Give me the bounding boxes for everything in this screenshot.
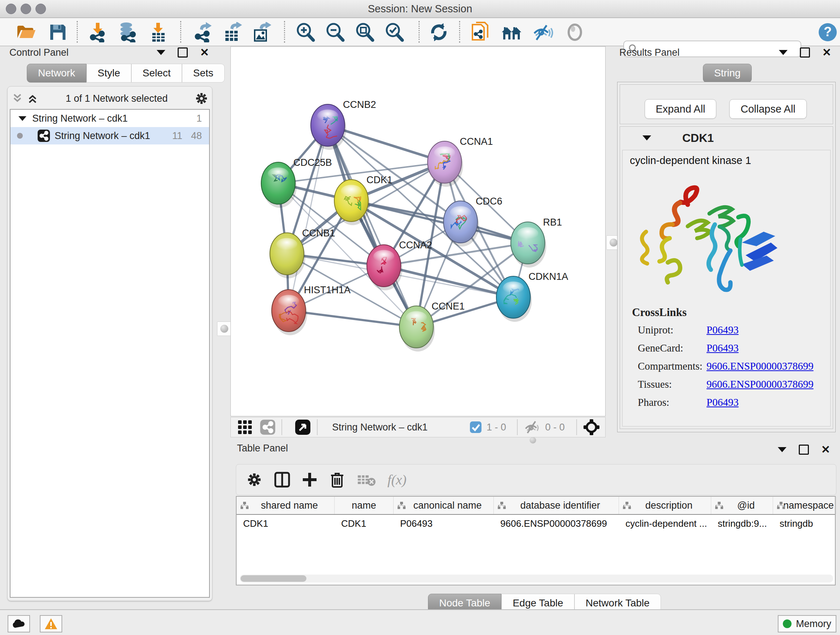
collection-expander-icon[interactable] [19,116,27,121]
scrollbar-thumb[interactable] [240,575,306,582]
open-session-icon[interactable] [15,22,37,43]
hide-glass-pane-icon[interactable] [532,22,554,43]
network-node-CCNA2[interactable]: CCNA2 [367,240,432,290]
column-header-namespace[interactable]: namespace [773,497,836,514]
tab-sets[interactable]: Sets [182,64,225,82]
delete-table-icon[interactable] [357,472,376,487]
network-node-CCNB1[interactable]: CCNB1 [270,228,335,279]
float-panel-icon[interactable] [178,48,188,57]
crosslink-link[interactable]: P06493 [706,324,739,336]
string-network-graph[interactable]: CCNB2CCNA1CDC25BCDK1CDC6RB1CCNB1CCNA2CDK… [231,47,605,416]
float-panel-icon[interactable] [800,48,810,57]
column-header-shared-name[interactable]: shared name [237,497,335,514]
selection-mode-icon[interactable] [583,418,600,436]
select-columns-icon[interactable] [274,471,291,488]
share-view-icon[interactable] [260,419,276,435]
network-collection-row[interactable]: String Network – cdk1 1 [11,110,209,127]
zoom-selected-icon[interactable] [384,22,405,43]
table-cell[interactable]: CDK1 [237,515,335,532]
crosslink-link[interactable]: P06493 [706,342,739,354]
cloud-button[interactable] [8,615,30,632]
grid-view-icon[interactable] [237,419,253,435]
import-network-icon[interactable] [87,22,109,43]
gear-icon[interactable] [195,92,208,105]
crosslink-link[interactable]: 9606.ENSP00000378699 [706,360,813,372]
zoom-in-icon[interactable] [294,22,316,43]
birds-eye-view-icon[interactable] [294,419,311,435]
network-view-canvas[interactable]: CCNB2CCNA1CDC25BCDK1CDC6RB1CCNB1CCNA2CDK… [231,46,606,416]
zoom-fit-icon[interactable] [354,22,376,43]
left-splitter-handle[interactable] [217,321,232,336]
save-session-icon[interactable] [47,22,69,43]
horizontal-scrollbar[interactable] [240,575,833,583]
network-node-CDC25B[interactable]: CDC25B [261,157,332,208]
network-node-CDK1[interactable]: CDK1 [334,174,393,225]
network-node-CDKN1A[interactable]: CDKN1A [496,271,568,322]
table-row[interactable]: CDK1CDK1P064939606.ENSP00000378699cyclin… [237,515,835,532]
network-edge-count: 48 [191,130,202,141]
collapse-all-icon[interactable] [11,92,24,105]
node-table[interactable]: shared namenamecanonical namedatabase id… [236,496,836,585]
table-cell[interactable]: 9606.ENSP00000378699 [494,515,619,532]
crosslink-link[interactable]: 9606.ENSP00000378699 [706,378,813,390]
node-label-CDK1: CDK1 [366,174,393,185]
tab-select[interactable]: Select [131,64,182,82]
expand-all-button[interactable]: Expand All [645,99,716,119]
network-tree: String Network – cdk1 1 String Network –… [10,109,210,598]
control-panel-controls: ✕ [156,47,209,58]
memory-status-dot [783,619,791,628]
panel-menu-icon[interactable] [778,447,786,452]
string-home-icon[interactable] [501,22,523,43]
float-panel-icon[interactable] [799,445,809,455]
tab-style[interactable]: Style [87,64,131,82]
node-result-header[interactable]: CDK1 [620,127,833,149]
gear-icon[interactable] [246,472,262,488]
tab-network[interactable]: Network [27,64,87,82]
tab-string[interactable]: String [703,64,752,82]
network-row[interactable]: String Network – cdk1 11 48 [11,127,209,144]
hidden-eye-icon[interactable] [523,420,541,434]
zoom-out-icon[interactable] [324,22,346,43]
network-node-CCNA1[interactable]: CCNA1 [428,136,493,187]
export-network-icon[interactable] [193,22,214,43]
table-cell[interactable]: stringdb:9... [711,515,773,532]
network-node-RB1[interactable]: RB1 [511,217,562,268]
inspector-eye-icon[interactable] [564,22,586,43]
delete-column-icon[interactable] [330,471,345,488]
close-panel-icon[interactable]: ✕ [822,49,831,57]
table-cell[interactable]: cyclin-dependent ... [619,515,711,532]
string-documentation-icon[interactable] [470,22,491,43]
column-header-database-identifier[interactable]: database identifier [494,497,619,514]
column-header-canonical-name[interactable]: canonical name [393,497,494,514]
selected-checkbox-icon[interactable] [469,421,482,434]
network-node-HIST1H1A[interactable]: HIST1H1A [272,285,351,335]
refresh-icon[interactable] [428,22,450,43]
table-cell[interactable]: CDK1 [335,515,393,532]
network-node-CCNE1[interactable]: CCNE1 [399,301,465,352]
collapse-all-button[interactable]: Collapse All [729,99,807,119]
column-header--id[interactable]: @id [711,497,773,514]
panel-menu-icon[interactable] [779,50,788,55]
entry-expander-icon[interactable] [643,135,651,141]
crosslink-link[interactable]: P06493 [706,396,739,409]
memory-button[interactable]: Memory [778,615,836,632]
import-network-from-database-icon[interactable] [117,22,138,43]
column-header-name[interactable]: name [335,497,393,514]
close-panel-icon[interactable]: ✕ [821,446,830,454]
panel-menu-icon[interactable] [156,50,165,55]
close-panel-icon[interactable]: ✕ [200,49,209,57]
network-edges[interactable] [278,125,528,327]
export-image-icon[interactable] [251,22,273,43]
table-cell[interactable]: stringdb [773,515,836,532]
add-column-icon[interactable] [302,471,318,488]
warning-button[interactable] [40,615,62,632]
column-header-description[interactable]: description [619,497,711,514]
expand-all-icon[interactable] [27,92,39,105]
export-table-icon[interactable] [222,22,244,43]
application-window: Session: New Session [0,0,840,635]
network-node-CDC6[interactable]: CDC6 [444,196,502,247]
help-icon[interactable]: ? [817,22,838,43]
network-node-CCNB2[interactable]: CCNB2 [311,99,376,150]
table-cell[interactable]: P06493 [393,515,494,532]
import-table-icon[interactable] [147,22,169,43]
